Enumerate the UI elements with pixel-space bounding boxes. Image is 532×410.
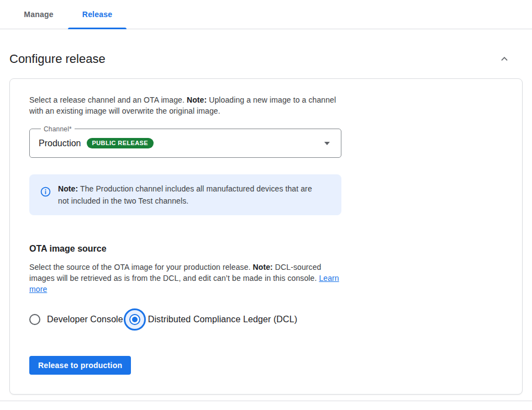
ota-desc-pre: Select the source of the OTA image for y… (29, 263, 253, 271)
intro-text-bold: Note: (187, 95, 207, 104)
intro-text-pre: Select a release channel and an OTA imag… (29, 95, 187, 104)
info-note-text: Note: The Production channel includes al… (58, 183, 317, 207)
radio-developer-console[interactable]: Developer Console (29, 314, 123, 325)
bottom-divider (0, 401, 532, 401)
ota-source-radio-group: Developer Console Distributed Compliance… (29, 308, 503, 331)
collapse-section-button[interactable] (497, 52, 512, 66)
configure-release-card: Select a release channel and an OTA imag… (9, 78, 523, 395)
tab-release[interactable]: Release (68, 0, 127, 29)
info-note-bold: Note: (58, 184, 78, 193)
info-icon (40, 187, 51, 197)
tab-manage[interactable]: Manage (9, 0, 68, 29)
radio-dcl-label: Distributed Compliance Ledger (DCL) (148, 315, 297, 324)
radio-dcl[interactable]: Distributed Compliance Ledger (DCL) (123, 308, 297, 331)
intro-text: Select a release channel and an OTA imag… (29, 94, 341, 116)
radio-unselected-icon[interactable] (29, 314, 40, 325)
ota-description: Select the source of the OTA image for y… (29, 262, 341, 295)
public-release-badge: PUBLIC RELEASE (87, 138, 154, 148)
channel-select[interactable]: Channel* Production PUBLIC RELEASE (29, 129, 341, 158)
ota-desc-bold: Note: (253, 263, 273, 271)
page-title: Configure release (9, 52, 106, 66)
info-note: Note: The Production channel includes al… (29, 174, 341, 215)
dropdown-arrow-icon (324, 142, 330, 145)
radio-selected-icon[interactable] (124, 308, 146, 331)
channel-select-label: Channel* (41, 125, 75, 133)
tab-bar: Manage Release (0, 0, 532, 29)
info-note-body: The Production channel includes all manu… (58, 184, 312, 205)
chevron-up-icon (498, 53, 511, 65)
ota-image-source-heading: OTA image source (29, 244, 503, 254)
channel-select-value: Production (39, 139, 81, 148)
section-header: Configure release (0, 52, 532, 66)
release-to-production-button[interactable]: Release to production (29, 356, 131, 375)
radio-developer-console-label: Developer Console (47, 315, 123, 324)
